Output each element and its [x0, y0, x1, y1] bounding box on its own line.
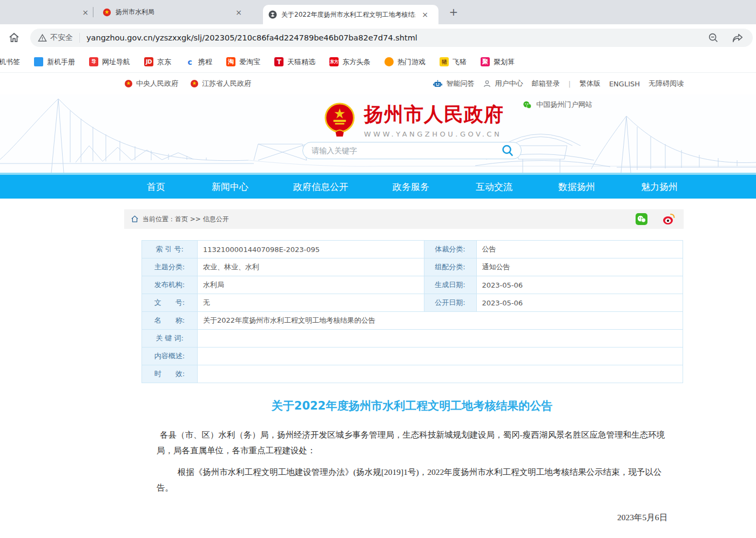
bookmark-label: 东方头条	[342, 57, 370, 67]
bookmark-item[interactable]: 机书签	[0, 57, 26, 67]
table-row: 内容概述:	[142, 348, 683, 365]
meta-label: 内容概述:	[142, 348, 198, 365]
bookmark-item[interactable]: 东方 东方头条	[329, 57, 377, 67]
url-omnibox[interactable]: 不安全 yangzhou.gov.cn/yzszxxgk/slj/202305/…	[30, 29, 753, 47]
bookmark-item[interactable]: c 携程	[185, 57, 219, 67]
bookmark-label: 网址导航	[102, 57, 130, 67]
nav-interaction[interactable]: 互动交流	[476, 175, 512, 199]
gov-top-bar: 中央人民政府 江苏省人民政府 智能问答	[0, 73, 756, 94]
meta-label: 索 引 号:	[142, 241, 198, 258]
nav-home[interactable]: 首页	[147, 175, 165, 199]
article-paragraph: 根据《扬州市水利工程文明工地建设管理办法》(扬水规[2019]1号)，2022年…	[157, 465, 667, 495]
link-traditional-chinese[interactable]: 繁体版	[579, 79, 600, 88]
link-smart-qa[interactable]: 智能问答	[433, 79, 474, 88]
table-row: 关 键 词:	[142, 330, 683, 348]
security-chip[interactable]: 不安全	[38, 33, 73, 43]
share-icon[interactable]	[731, 32, 744, 44]
close-icon[interactable]: ×	[233, 7, 244, 18]
link-mail-login[interactable]: 邮箱登录	[531, 79, 559, 88]
breadcrumb-label: 当前位置：	[143, 215, 175, 224]
manual-icon	[34, 57, 43, 66]
address-bar: 不安全 yangzhou.gov.cn/yzszxxgk/slj/202305/…	[0, 24, 756, 51]
meta-label: 关 键 词:	[142, 330, 198, 348]
nav-gov-services[interactable]: 政务服务	[393, 175, 429, 199]
wechat-icon	[523, 100, 532, 110]
warning-triangle-icon	[38, 33, 47, 43]
separator: |	[568, 80, 570, 88]
meta-value: 农业、林业、水利	[197, 258, 424, 276]
site-url: WWW.YANGZHOU.GOV.CN	[364, 130, 504, 138]
meta-label: 生成日期:	[424, 276, 476, 294]
nav-news-center[interactable]: 新闻中心	[212, 175, 248, 199]
portal-label: 中国扬州门户网站	[536, 100, 592, 110]
bookmark-item[interactable]: 淘 爱淘宝	[226, 57, 267, 67]
link-english[interactable]: ENGLISH	[609, 80, 640, 88]
close-icon[interactable]: ×	[420, 9, 430, 20]
link-label: 繁体版	[579, 79, 600, 88]
link-central-gov[interactable]: 中央人民政府	[124, 79, 178, 88]
table-row: 索 引 号: 11321000014407098E-2023-095 体裁分类:…	[142, 241, 683, 258]
jd-icon: JD	[144, 57, 153, 66]
browser-tab-bar: × 扬州市水利局 × 关于2022年度扬州市水利工程文明工地考核结果的公告 × …	[0, 0, 756, 24]
bookmark-item[interactable]: 猪 飞猪	[440, 57, 473, 67]
link-accessibility[interactable]: 无障碍阅读	[649, 79, 684, 88]
link-label: 智能问答	[446, 79, 474, 88]
user-icon	[483, 79, 491, 88]
breadcrumb-home-icon	[131, 215, 139, 223]
link-jiangsu-gov[interactable]: 江苏省人民政府	[190, 79, 251, 88]
meta-label: 名 称:	[142, 312, 198, 330]
bookmark-item[interactable]: 导 网址导航	[89, 57, 137, 67]
zoom-out-icon[interactable]	[707, 32, 719, 44]
bookmark-label: 机书签	[0, 57, 20, 67]
meta-value: 11321000014407098E-2023-095	[197, 241, 424, 258]
link-label: 中央人民政府	[136, 79, 178, 88]
article: 关于2022年度扬州市水利工程文明工地考核结果的公告 各县（市、区）水利（务）局…	[124, 398, 684, 538]
site-nav-icon: 导	[89, 57, 98, 66]
page-content: 当前位置： 首页 >> 信息公开 索 引 号: 1132100001440709…	[124, 209, 684, 538]
main-navigation: 首页 新闻中心 政府信息公开 政务服务 互动交流 数据扬州 魅力扬州	[0, 173, 756, 199]
close-icon[interactable]: ×	[80, 7, 91, 18]
portal-badge[interactable]: 中国扬州门户网站	[523, 100, 592, 110]
bookmark-label: 天猫精选	[287, 57, 315, 67]
bookmark-item[interactable]: 新机手册	[34, 57, 82, 67]
breadcrumb-path[interactable]: 首页 >> 信息公开	[175, 215, 229, 224]
site-favicon	[268, 10, 277, 19]
fliggy-pig-icon: 猪	[440, 57, 449, 66]
table-row: 主题分类: 农业、林业、水利 组配分类: 通知公告	[142, 258, 683, 276]
bookmark-item[interactable]: 热门游戏	[384, 57, 432, 67]
site-search[interactable]	[302, 142, 522, 159]
site-logo[interactable]: 扬州市人民政府 WWW.YANGZHOU.GOV.CN	[323, 101, 504, 138]
nav-charm-yangzhou[interactable]: 魅力扬州	[641, 175, 678, 199]
link-user-center[interactable]: 用户中心	[483, 79, 523, 88]
link-label: ENGLISH	[609, 80, 640, 88]
search-icon[interactable]	[501, 144, 515, 158]
meta-value: 无	[197, 294, 424, 312]
bookmark-item[interactable]: T 天猫精选	[274, 57, 322, 67]
bookmarks-bar: 机书签 新机手册 导 网址导航 JD 京东 c 携程 淘 爱淘宝 T 天猫精选 …	[0, 51, 756, 73]
tab-active-announcement[interactable]: 关于2022年度扬州市水利工程文明工地考核结果的公告 ×	[263, 5, 438, 24]
omnibox-divider	[79, 33, 80, 43]
link-label: 邮箱登录	[531, 79, 559, 88]
link-label: 江苏省人民政府	[202, 79, 251, 88]
home-icon[interactable]	[8, 31, 21, 44]
share-weibo-icon[interactable]	[662, 213, 676, 226]
bookmark-label: 新机手册	[47, 57, 75, 67]
new-tab-button[interactable]: +	[446, 5, 461, 20]
site-banner: 扬州市人民政府 WWW.YANGZHOU.GOV.CN 中国扬州门户网站	[0, 94, 756, 173]
taobao-icon: 淘	[226, 57, 235, 66]
meta-label: 体裁分类:	[424, 241, 476, 258]
nav-data-yangzhou[interactable]: 数据扬州	[558, 175, 595, 199]
nav-gov-info-disclosure[interactable]: 政府信息公开	[293, 175, 348, 199]
bookmark-item[interactable]: 聚 聚划算	[481, 57, 521, 67]
share-wechat-icon[interactable]	[635, 213, 648, 226]
search-input[interactable]	[312, 146, 501, 155]
url-text: yangzhou.gov.cn/yzszxxgk/slj/202305/210c…	[86, 33, 417, 42]
bookmark-item[interactable]: JD 京东	[144, 57, 178, 67]
link-label: 用户中心	[495, 79, 523, 88]
table-row: 发布机构: 水利局 生成日期: 2023-05-06	[142, 276, 683, 294]
tab-yangzhou-water-bureau[interactable]: 扬州市水利局 ×	[97, 0, 259, 24]
meta-value	[197, 330, 683, 348]
table-row: 文 号: 无 公开日期: 2023-05-06	[142, 294, 683, 312]
meta-label: 组配分类:	[424, 258, 476, 276]
tab-title: 扬州市水利局	[116, 8, 229, 17]
